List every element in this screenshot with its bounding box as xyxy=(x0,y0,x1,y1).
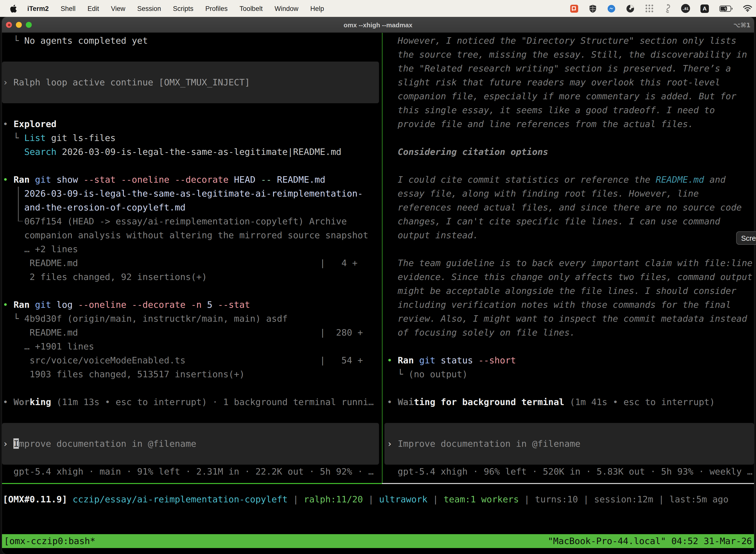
terminal-line: gpt-5.4 xhigh · 96% left · 520K in · 5.8… xyxy=(387,465,753,479)
terminal-line: essay file, along with finding root file… xyxy=(387,187,699,201)
window-title: omx --xhigh --madmax xyxy=(2,17,754,33)
battery-percent-badge[interactable]: ..61 xyxy=(681,4,690,13)
terminal-line: I could cite commit statistics or refere… xyxy=(387,173,726,187)
terminal-line: output instead. xyxy=(387,228,478,242)
apple-logo-icon xyxy=(10,4,17,13)
menu-item-scripts[interactable]: Scripts xyxy=(173,5,193,12)
tmux-pane-left[interactable]: └ No agents completed yet› Ralph loop ac… xyxy=(2,33,382,533)
menu-item-toolbelt[interactable]: Toolbelt xyxy=(240,5,263,12)
terminal-line: and-the-erosion-of-copyleft.md xyxy=(3,201,186,214)
terminal-line: README.md | 4 + xyxy=(3,256,358,270)
terminal-line: might be acceptable alongside the file l… xyxy=(387,284,737,298)
dots-grid-icon[interactable] xyxy=(645,4,654,13)
menu-status-icons: ..61 A xyxy=(570,0,752,17)
terminal-line: └ No agents completed yet xyxy=(3,34,148,48)
terminal-line: 2 files changed, 92 insertions(+) xyxy=(3,270,207,284)
menu-items: iTerm2ShellEditViewSessionScriptsProfile… xyxy=(27,5,336,12)
chat-app-icon[interactable] xyxy=(570,4,578,13)
screen: iTerm2ShellEditViewSessionScriptsProfile… xyxy=(0,0,756,554)
omx-status-line: [OMX#0.11.9] cczip/essay/ai-reimplementa… xyxy=(3,492,729,506)
input-source-box: A xyxy=(700,4,709,13)
seahorse-icon[interactable] xyxy=(664,4,671,13)
menu-item-app[interactable]: iTerm2 xyxy=(27,5,49,12)
terminal-line: └ List git ls-files xyxy=(3,131,116,145)
terminal-line: evidence. Since this change only affects… xyxy=(387,270,753,284)
battery-badge-circle: ..61 xyxy=(681,4,690,13)
screen-share-tooltip[interactable]: Scre xyxy=(736,231,756,245)
terminal-line: • Ran git status --short xyxy=(387,353,516,367)
apple-menu[interactable] xyxy=(10,4,17,13)
terminal-line: Search 2026-03-09-is-legal-the-same-as-l… xyxy=(3,145,341,159)
menu-item-help[interactable]: Help xyxy=(310,5,324,12)
terminal-line: • Ran git log --oneline --decorate -n 5 … xyxy=(3,298,250,312)
title-bar[interactable]: omx --xhigh --madmax ⌥⌘1 xyxy=(2,17,754,33)
terminal-window: omx --xhigh --madmax ⌥⌘1 └ No agents com… xyxy=(2,17,754,554)
terminal-line: 067f154 (HEAD -> essay/ai-reimplementati… xyxy=(3,214,347,228)
terminal-line: • Ran git show --stat --oneline --decora… xyxy=(3,173,325,187)
terminal-line: companion file, especially if more comme… xyxy=(387,89,737,103)
terminal-line: changes, I can't cite specific file line… xyxy=(387,214,720,228)
terminal-line: including verification notes with those … xyxy=(387,298,731,312)
terminal-line: provide file and line references from th… xyxy=(387,117,693,131)
terminal-line: src/voice/voiceModeEnabled.ts | 54 + xyxy=(3,353,363,367)
menu-item-window[interactable]: Window xyxy=(274,5,298,12)
menu-item-session[interactable]: Session xyxy=(137,5,161,12)
tmux-status-bar: [omx-cczip0:bash* "MacBook-Pro-44.local"… xyxy=(2,534,754,548)
terminal-line: gpt-5.4 xhigh · main · 91% left · 2.31M … xyxy=(3,465,374,479)
terminal-line: However, I noticed the "Directory Struct… xyxy=(387,34,737,48)
terminal-line: └ (no output) xyxy=(387,367,467,381)
terminal-line: › Improve documentation in @filename xyxy=(387,437,580,451)
window-shortcut-badge: ⌥⌘1 xyxy=(734,17,751,33)
terminal-line: companion analysis without altering the … xyxy=(3,228,368,242)
terminal-line: review. Also, I might want to inspect th… xyxy=(387,312,747,326)
terminal-line: The team guideline is to back every impo… xyxy=(387,256,753,270)
terminal-line: … +1901 lines xyxy=(3,340,94,353)
terminal-line: › Improve documentation in @filename xyxy=(3,437,196,451)
input-source-letter: A xyxy=(703,5,707,11)
input-source-icon[interactable]: A xyxy=(700,4,709,13)
terminal-line: the source tree, missing the essay. Stil… xyxy=(387,48,747,62)
menu-item-edit[interactable]: Edit xyxy=(87,5,99,12)
menu-item-shell[interactable]: Shell xyxy=(61,5,76,12)
terminal-line: 1903 files changed, 513517 insertions(+) xyxy=(3,367,245,381)
terminal-line: › Ralph loop active continue [OMX_TMUX_I… xyxy=(3,75,250,89)
disk-utility-icon[interactable] xyxy=(626,4,634,13)
footer-separator-left xyxy=(2,483,382,484)
menu-item-profiles[interactable]: Profiles xyxy=(205,5,228,12)
wifi-icon[interactable] xyxy=(743,5,752,12)
menu-bar: iTerm2ShellEditViewSessionScriptsProfile… xyxy=(0,0,756,17)
terminal-line: • Working (11m 13s • esc to interrupt) ·… xyxy=(3,395,374,409)
tmux-session-label: [omx-cczip0:bash* xyxy=(4,534,95,548)
terminal-line: • Waiting for background terminal (1m 41… xyxy=(387,395,715,409)
terminal-line: README.md | 280 + xyxy=(3,326,363,340)
terminal-line: Considering citation options xyxy=(387,145,548,159)
terminal-line: references need actual files, and since … xyxy=(387,201,742,214)
terminal-content: └ No agents completed yet› Ralph loop ac… xyxy=(2,33,754,554)
battery-charging-icon[interactable] xyxy=(719,5,733,12)
tmux-host-clock: "MacBook-Pro-44.local" 04:52 31-Mar-26 xyxy=(548,534,752,548)
tmux-pane-right[interactable]: However, I noticed the "Directory Struct… xyxy=(382,33,754,533)
terminal-line: • Explored xyxy=(3,117,57,131)
battery-badge-text: ..61 xyxy=(683,7,688,10)
terminal-line: └ 4b9d30f (origin/main, instructkr/main,… xyxy=(3,312,288,326)
menu-item-view[interactable]: View xyxy=(111,5,125,12)
terminal-line: slight risk that future readers may over… xyxy=(387,75,720,89)
terminal-line: this single essay, it seems like a good … xyxy=(387,103,715,117)
terminal-line: of focusing solely on file lines. xyxy=(387,326,575,340)
pane-divider[interactable] xyxy=(382,33,383,484)
messenger-icon[interactable] xyxy=(607,4,616,13)
terminal-line: the "Related research writing" section i… xyxy=(387,62,731,75)
shield-icon[interactable] xyxy=(589,4,597,13)
terminal-line: … +2 lines xyxy=(3,242,78,256)
screen-share-tooltip-label: Scre xyxy=(741,234,756,242)
terminal-line: 2026-03-09-is-legal-the-same-as-legitima… xyxy=(3,187,363,201)
footer-separator-right xyxy=(382,483,754,484)
